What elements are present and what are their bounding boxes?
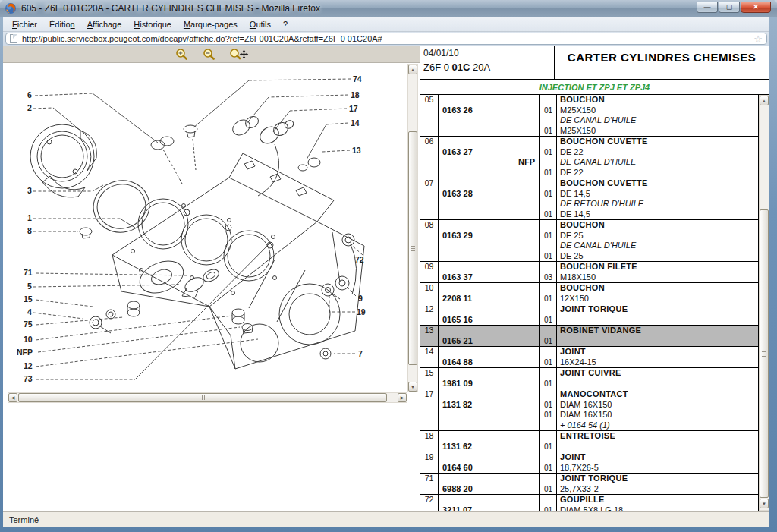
description-cell: 12X150 bbox=[556, 294, 758, 304]
row-index-cell bbox=[420, 105, 438, 116]
diagram-callout-label: 4 bbox=[27, 307, 32, 316]
diagram-callout-label: 15 bbox=[24, 294, 33, 304]
menu-item-historique[interactable]: Historique bbox=[127, 18, 178, 30]
qty-cell: 01 bbox=[539, 400, 556, 411]
qty-cell bbox=[539, 389, 556, 400]
description-cell bbox=[556, 315, 758, 326]
diagram-callout-label: 3 bbox=[27, 186, 32, 195]
table-row[interactable]: 71JOINT TORIQUE6988 200125,7X33-2 bbox=[420, 474, 758, 495]
row-index-cell: 15 bbox=[420, 368, 438, 379]
qty-cell: 01 bbox=[539, 505, 556, 512]
row-index-cell: 12 bbox=[420, 304, 438, 315]
zoom-pan-icon[interactable] bbox=[228, 48, 250, 61]
row-index-cell bbox=[420, 251, 438, 262]
table-row[interactable]: 17MANOCONTACT1131 8201DIAM 16X15001DIAM … bbox=[420, 389, 758, 431]
parts-scroll-down-icon[interactable]: ▼ bbox=[760, 499, 769, 508]
diagram-callout-label: 13 bbox=[352, 146, 361, 155]
qty-cell: 01 bbox=[539, 209, 556, 220]
menu-item-affichage[interactable]: Affichage bbox=[81, 18, 128, 30]
table-row[interactable]: 06BOUCHON CUVETTE0163 2701DE 22NFPDE CAN… bbox=[420, 137, 758, 178]
zoom-out-icon[interactable] bbox=[201, 48, 218, 61]
menu-item-outils[interactable]: Outils bbox=[244, 18, 277, 30]
row-index-cell bbox=[420, 442, 438, 452]
qty-cell bbox=[539, 283, 556, 294]
table-row[interactable]: 07BOUCHON CUVETTE0163 2801DE 14,5DE RETO… bbox=[420, 178, 758, 220]
part-number-cell bbox=[438, 452, 539, 463]
close-button[interactable]: ✕ bbox=[741, 2, 771, 13]
description-cell: JOINT TORIQUE bbox=[556, 474, 758, 484]
part-number-cell: 1981 09 bbox=[438, 379, 539, 389]
part-number-cell: 0163 37 bbox=[438, 272, 539, 283]
part-number-cell bbox=[438, 262, 539, 272]
menu-item-?[interactable]: ? bbox=[277, 18, 294, 30]
table-row[interactable]: 18ENTRETOISE1131 6201 bbox=[420, 431, 758, 452]
diagram-horizontal-scrollbar[interactable]: ◀ ▶ bbox=[8, 392, 407, 403]
qty-cell bbox=[539, 474, 556, 484]
doc-subtitle: INJECTION ET ZPJ ET ZPJ4 bbox=[420, 80, 769, 95]
url-input[interactable]: http://public.servicebox.peugeot.com/doc… bbox=[5, 33, 767, 45]
qty-cell: 01 bbox=[539, 484, 556, 495]
qty-cell bbox=[539, 262, 556, 272]
description-cell: + 0164 54 (1) bbox=[556, 420, 758, 431]
menu-item-marquepages[interactable]: Marque-pages bbox=[178, 18, 244, 30]
diagram-scroll-thumb[interactable] bbox=[408, 131, 417, 365]
diagram-callout-label: 2 bbox=[27, 103, 32, 112]
scroll-up-icon[interactable]: ▲ bbox=[408, 65, 417, 74]
qty-cell bbox=[539, 157, 556, 168]
row-index-cell: 07 bbox=[420, 178, 438, 189]
row-index-cell: 08 bbox=[420, 220, 438, 231]
menu-bar: FichierÉditionAffichageHistoriqueMarque-… bbox=[3, 17, 769, 32]
part-number-cell bbox=[438, 241, 539, 251]
window-title: 605 - Z6F 0 01C20A - CARTER CYLINDRES CH… bbox=[21, 3, 320, 14]
table-row[interactable]: 08BOUCHON0163 2901DE 25DE CANAL D'HUILE0… bbox=[420, 220, 758, 262]
part-number-cell: 3211 07 bbox=[438, 505, 539, 512]
document-ref-cell: 04/01/10 Z6F 0 01C 20A bbox=[420, 46, 555, 79]
row-index-cell bbox=[420, 336, 438, 347]
scroll-left-icon[interactable]: ◀ bbox=[8, 393, 17, 402]
document-date: 04/01/10 bbox=[423, 48, 551, 58]
part-number-cell bbox=[438, 304, 539, 315]
qty-cell: 01 bbox=[539, 463, 556, 474]
table-row[interactable]: 10BOUCHON2208 110112X150 bbox=[420, 283, 758, 304]
table-row[interactable]: 72GOUPILLE3211 0701DIAM 5X8 LG 18 bbox=[420, 495, 758, 511]
table-row[interactable]: 12JOINT TORIQUE0165 1601 bbox=[420, 304, 758, 326]
description-cell: ROBINET VIDANGE bbox=[556, 326, 758, 336]
part-number-cell bbox=[438, 137, 539, 147]
row-index-cell bbox=[420, 168, 438, 178]
bookmark-star-icon[interactable]: ☆ bbox=[753, 34, 763, 44]
maximize-button[interactable]: ▢ bbox=[719, 2, 740, 13]
parts-scroll-up-icon[interactable]: ▲ bbox=[760, 96, 769, 105]
description-cell: DE 22 bbox=[556, 168, 758, 178]
description-cell: BOUCHON FILETE bbox=[556, 262, 758, 272]
description-cell bbox=[556, 379, 758, 389]
parts-scroll-thumb[interactable] bbox=[760, 209, 769, 498]
description-cell: BOUCHON CUVETTE bbox=[556, 178, 758, 189]
part-number-cell: 0163 29 bbox=[438, 231, 539, 241]
table-row[interactable]: 15JOINT CUIVRE1981 0901 bbox=[420, 368, 758, 389]
zoom-in-icon[interactable] bbox=[174, 48, 190, 61]
description-cell: M25X150 bbox=[556, 105, 758, 116]
table-row[interactable]: 05BOUCHON0163 2601M25X150DE CANAL D'HUIL… bbox=[420, 95, 758, 137]
page-favicon-icon bbox=[10, 34, 17, 43]
part-number-cell bbox=[438, 220, 539, 231]
row-index-cell: 19 bbox=[420, 452, 438, 463]
location-bar: http://public.servicebox.peugeot.com/doc… bbox=[3, 32, 769, 46]
row-index-cell bbox=[420, 357, 438, 368]
minimize-button[interactable]: — bbox=[697, 2, 718, 13]
table-row[interactable]: 13ROBINET VIDANGE0165 2101 bbox=[420, 326, 758, 347]
scroll-down-icon[interactable]: ▼ bbox=[408, 382, 417, 392]
menu-item-fichier[interactable]: Fichier bbox=[6, 18, 43, 30]
diagram-vertical-scrollbar[interactable]: ▲ ▼ bbox=[407, 64, 418, 392]
part-number-cell: 0165 21 bbox=[438, 336, 539, 347]
table-row[interactable]: 14JOINT0164 880116X24-15 bbox=[420, 347, 758, 368]
parts-vertical-scrollbar[interactable]: ▲ ▼ bbox=[759, 95, 769, 511]
table-row[interactable]: 09BOUCHON FILETE0163 3703M18X150 bbox=[420, 262, 758, 283]
table-row[interactable]: 19JOINT0164 600118,7X26-5 bbox=[420, 452, 758, 474]
description-cell: BOUCHON bbox=[556, 283, 758, 294]
scroll-right-icon[interactable]: ▶ bbox=[398, 393, 407, 402]
parts-table: 05BOUCHON0163 2601M25X150DE CANAL D'HUIL… bbox=[420, 95, 759, 511]
part-number-cell bbox=[438, 410, 539, 420]
description-cell: DE 25 bbox=[556, 231, 758, 241]
diagram-hscroll-thumb[interactable] bbox=[18, 393, 387, 402]
menu-item-dition[interactable]: Édition bbox=[43, 18, 81, 30]
